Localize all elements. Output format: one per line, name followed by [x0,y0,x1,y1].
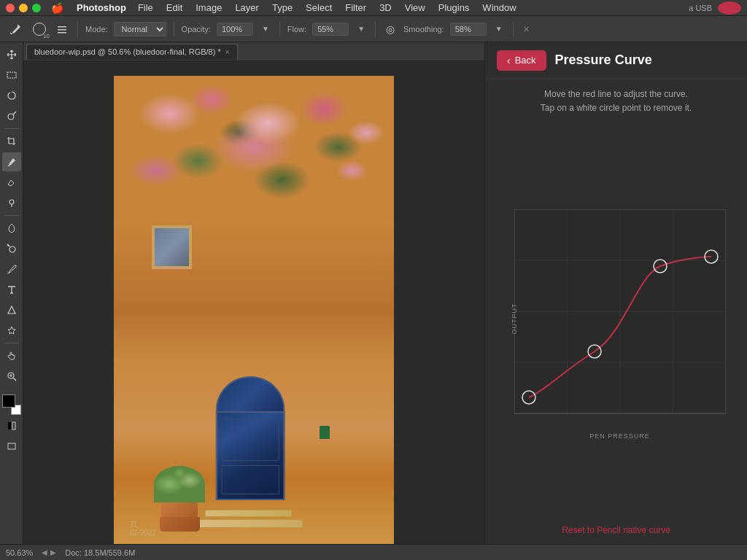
svg-line-5 [13,112,16,114]
menu-edit[interactable]: Edit [165,2,184,13]
menu-right: a USB [689,1,741,15]
pot-flowers [154,466,205,502]
brush-options-button[interactable] [54,23,70,36]
document-tab[interactable]: bluedoor-wip.psd @ 50.6% (bluedoor-final… [26,44,238,60]
brush-size-indicator: 10 [31,20,48,38]
pot-body-lower [160,517,200,532]
menu-select[interactable]: Select [304,2,333,13]
flow-input[interactable] [312,23,349,36]
curve-wrapper: OUTPUT [514,209,726,428]
flow-label: Flow: [287,25,306,34]
painting-signature: TL01/2021 [130,521,156,537]
svg-rect-1 [58,29,66,31]
svg-line-9 [7,244,9,246]
shape-tool[interactable] [2,300,21,319]
smoothing-label: Smoothing: [403,25,444,34]
panel-instructions: Move the red line to adjust the curve. T… [485,79,747,124]
curve-container: OUTPUT [485,124,747,525]
svg-rect-0 [58,26,66,28]
menu-3d[interactable]: 3D [378,2,393,13]
toolbar: 10 Mode: Normal Multiply Screen Opacity:… [0,16,747,42]
menu-app-name[interactable]: Photoshop [77,2,126,13]
color-wells[interactable] [2,394,21,415]
lasso-tool[interactable] [2,86,21,105]
svg-point-6 [9,200,14,204]
tab-close-button[interactable]: × [225,48,230,56]
menu-image[interactable]: Image [194,2,223,13]
painting-steps [194,510,303,528]
options-icon [57,24,67,34]
close-button[interactable] [6,4,15,12]
maximize-button[interactable] [32,4,41,12]
crop-tool[interactable] [2,132,21,151]
screen-mode[interactable] [2,437,21,456]
apple-icon[interactable]: 🍎 [51,2,63,14]
canvas-scroll[interactable]: TL01/2021 [23,61,484,544]
opacity-input[interactable] [217,23,253,36]
tools-panel [0,42,23,544]
status-nav-next[interactable]: ▶ [50,548,56,556]
zoom-level: 50.63% [6,548,33,557]
menu-type[interactable]: Type [271,2,294,13]
menu-window[interactable]: Window [481,2,517,13]
brush-tool-button[interactable] [6,21,25,37]
painting-door-panels-bottom [222,465,279,494]
text-tool[interactable] [2,280,21,299]
connection-indicator [718,1,741,15]
minimize-button[interactable] [19,4,28,12]
toolbar-separator-3 [279,22,280,36]
opacity-options-button[interactable]: ▼ [259,23,272,34]
panel-title: Pressure Curve [555,52,652,68]
svg-rect-16 [8,422,11,429]
brush-number: 10 [43,33,50,39]
marquee-tool[interactable] [2,66,21,85]
pressure-curve-svg[interactable] [514,209,726,428]
menu-filter[interactable]: Filter [344,2,368,13]
quick-mask-mode[interactable] [2,416,21,435]
traffic-lights [6,4,41,12]
menu-bar: 🍎 Photoshop File Edit Image Layer Type S… [0,0,747,16]
flow-options-button[interactable]: ▼ [355,23,368,34]
painting-door-container [216,376,285,500]
painting-door-panels [222,419,279,461]
toolbar-separator-2 [174,22,174,36]
tool-separator-3 [4,343,19,343]
blur-tool[interactable] [2,219,21,238]
foreground-color[interactable] [2,394,15,408]
back-button[interactable]: ‹ Back [497,50,546,71]
svg-rect-17 [12,422,15,429]
menu-view[interactable]: View [403,2,427,13]
doc-info: Doc: 18.5M/559.6M [65,548,135,557]
svg-point-4 [8,114,14,120]
zoom-tool[interactable] [2,367,21,386]
canvas-area: bluedoor-wip.psd @ 50.6% (bluedoor-final… [23,42,484,544]
toolbar-separator-4 [375,22,376,36]
menu-plugins[interactable]: Plugins [437,2,471,13]
move-tool[interactable] [2,45,21,64]
close-panel-button[interactable]: × [521,22,533,36]
painting-flowerpot [154,466,205,528]
eraser-tool[interactable] [2,173,21,192]
menu-file[interactable]: File [136,2,155,13]
mode-label: Mode: [85,25,108,34]
menu-layer[interactable]: Layer [233,2,260,13]
custom-shape-tool[interactable] [2,321,21,340]
hand-tool[interactable] [2,346,21,365]
smoothing-options-button[interactable]: ▼ [492,23,506,34]
brush-tool-sidebar[interactable] [2,152,21,171]
quick-select-tool[interactable] [2,106,21,125]
svg-rect-2 [58,32,66,34]
mode-select[interactable]: Normal Multiply Screen [114,22,166,36]
reset-link[interactable]: Reset to Pencil native curve [554,518,678,542]
pen-tool[interactable] [2,260,21,279]
svg-marker-11 [8,306,15,314]
main-area: bluedoor-wip.psd @ 50.6% (bluedoor-final… [0,42,747,544]
clone-stamp-tool[interactable] [2,193,21,212]
smoothing-input[interactable] [450,23,487,36]
tab-name: bluedoor-wip.psd @ 50.6% (bluedoor-final… [34,47,221,56]
dodge-tool[interactable] [2,239,21,258]
svg-rect-3 [7,72,16,78]
back-arrow-icon: ‹ [507,55,511,66]
status-nav-prev[interactable]: ◀ [42,548,47,556]
airbrush-toggle[interactable]: ◎ [383,22,398,36]
